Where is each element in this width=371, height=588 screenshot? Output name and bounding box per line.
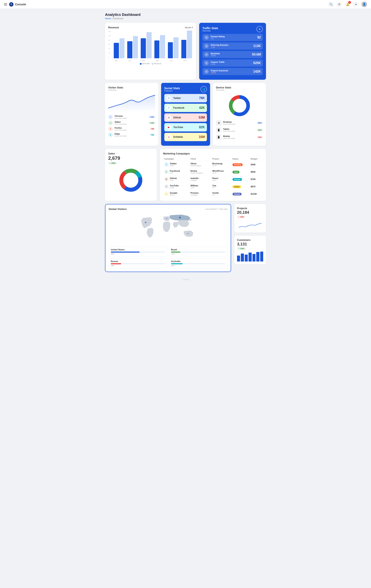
country-pct: 17%: [171, 253, 225, 255]
revenue-bar: [160, 35, 165, 58]
breadcrumb: Home / Dashboard: [105, 17, 266, 20]
revenue-bar: [133, 36, 138, 58]
country-item: Russia 19%: [109, 258, 167, 268]
marketing-card: Marketing Campaigns Campaign Client Proj…: [160, 149, 266, 201]
table-header-row: Campaign Client Project Status Budget: [163, 157, 263, 161]
campaign-type: SMM: [170, 187, 179, 189]
marketing-title: Marketing Campaigns: [163, 152, 263, 155]
customers-value: 3,131: [237, 242, 263, 246]
client-country: UAE: [190, 187, 210, 189]
y-axis: 120100806040200: [108, 31, 111, 58]
progress-bar-wrap: [111, 252, 165, 252]
stat-label: Domain Rating +13: [211, 35, 257, 40]
col-campaign: Campaign: [163, 157, 189, 161]
campaign-icon: G: [164, 192, 169, 196]
device-name: Desktop: [223, 121, 255, 123]
row-1: Revenue Month ▾ 120100806040200 JunJulAu…: [105, 23, 266, 80]
social-item: ⊙ Github 53M: [164, 113, 207, 122]
country-name: Australia: [171, 260, 225, 262]
sales-title: Sales: [108, 152, 154, 155]
country-pct: 19%: [111, 265, 165, 267]
revenue-header: Revenue Month ▾: [108, 26, 193, 29]
svg-point-9: [179, 217, 181, 218]
social-name: YouTube: [173, 126, 197, 129]
td-status: Paused: [231, 176, 249, 183]
visitor-subtitle: Overview: [108, 89, 155, 91]
client-name: Isabella: [190, 177, 210, 179]
stat-label: Organic Traffic +2.1K: [211, 61, 253, 65]
side-col: Projects 20,184 ↓-15% Customers 3,131 ↑+…: [234, 204, 266, 264]
device-sub: since last week: [223, 137, 255, 139]
social-icon: ●: [166, 134, 171, 140]
table-row: F Facebook PPC Emma United Kingdom WordP…: [163, 168, 263, 176]
td-status: Paid: [231, 168, 249, 176]
line-chart: [108, 93, 155, 113]
main-content: Analytics Dashboard Home / Dashboard Rev…: [100, 9, 271, 288]
device-title: Device Stats: [216, 86, 263, 89]
campaign-icon: T: [164, 162, 169, 167]
hamburger-menu[interactable]: [4, 3, 7, 6]
td-project: Vue v3+: [211, 183, 231, 190]
col-status: Status: [231, 157, 249, 161]
period-select[interactable]: Month ▾: [185, 26, 193, 29]
country-item: Brazil 17%: [169, 247, 227, 257]
customers-card: Customers 3,131 ↑+19%: [234, 236, 266, 264]
global-card: Global Visitors Last updated: 7 days ago: [105, 204, 231, 272]
device-subtitle: Overview: [216, 89, 263, 91]
footer-text: 17sucai: [182, 278, 189, 281]
browser-info: Firefox since last week: [114, 127, 148, 131]
progress-bar: [171, 252, 180, 252]
traffic-stat-item: ● Organic Keywords -19.5K 142K: [202, 68, 263, 75]
social-item: ▶ YouTube 82K: [164, 123, 207, 131]
traffic-icon: ✦: [257, 26, 263, 32]
search-icon[interactable]: 🔍: [328, 1, 334, 7]
stat-value: 92: [257, 36, 261, 39]
social-icon: 👥: [201, 86, 207, 92]
stat-change: -1.2K: [211, 46, 253, 48]
progress-bar: [111, 263, 121, 264]
net-profit-bar: [127, 41, 132, 58]
td-client: Emma United Kingdom: [189, 168, 211, 176]
project-name: Vue: [212, 184, 230, 187]
customer-bar: [256, 252, 259, 262]
social-name: Dribbble: [173, 136, 197, 138]
stat-icon: ●: [204, 69, 209, 74]
avatar[interactable]: 👤: [361, 1, 367, 7]
project-name: Svelte: [212, 192, 230, 194]
col-budget: Budget: [249, 157, 263, 161]
notification-icon[interactable]: 🔔 9: [345, 1, 350, 7]
visitor-card: Visitor Stats Overview C C: [105, 83, 158, 146]
traffic-stat-item: ● Organic Traffic +2.1K 525K: [202, 60, 263, 67]
marketing-table-body: T Twitter SMM Oliver United States Boots…: [163, 161, 263, 198]
traffic-card: Traffic Stats Overview ✦ ● Domain Rating…: [199, 23, 266, 80]
browser-sub: since last week: [114, 117, 147, 119]
stat-label: Organic Keywords -19.5K: [211, 70, 253, 74]
net-profit-bar: [155, 41, 160, 58]
social-item: ● Dribbble 16M: [164, 133, 207, 141]
device-sub: since last week: [223, 123, 255, 125]
social-icon: f: [166, 105, 171, 110]
td-status: Active: [231, 183, 249, 190]
td-budget: $1230: [249, 190, 263, 198]
nav-icons: 🔍 ⚙ 🔔 9 ● 👤: [328, 1, 367, 7]
project-ver: v4+: [212, 194, 230, 196]
country-grid: United States 53% Brazil 17% Russia 19% …: [109, 247, 227, 268]
status-badge: Paused: [232, 178, 242, 181]
device-item: 📱 Tablet since last week 25%: [216, 127, 263, 133]
global-title: Global Visitors: [109, 208, 127, 210]
breadcrumb-home[interactable]: Home: [105, 17, 111, 20]
device-list: 🖥 Desktop since last week 60% 📱 Tablet s…: [216, 120, 263, 140]
td-budget: $950: [249, 168, 263, 176]
status-badge: Active: [232, 185, 241, 188]
device-info: Desktop since last week: [223, 121, 255, 125]
td-client: Oliver United States: [189, 161, 211, 168]
customers-barchart: [237, 252, 263, 262]
user-dot-icon[interactable]: ●: [353, 1, 359, 7]
social-value: 53M: [199, 116, 205, 119]
device-icon: 📱: [216, 134, 222, 140]
browser-info: Safari since last week: [114, 121, 147, 125]
net-profit-bar: [168, 42, 173, 58]
projects-card: Projects 20,184 ↓-15%: [234, 204, 266, 232]
settings-icon[interactable]: ⚙: [337, 1, 342, 7]
social-value: 82K: [199, 126, 205, 129]
